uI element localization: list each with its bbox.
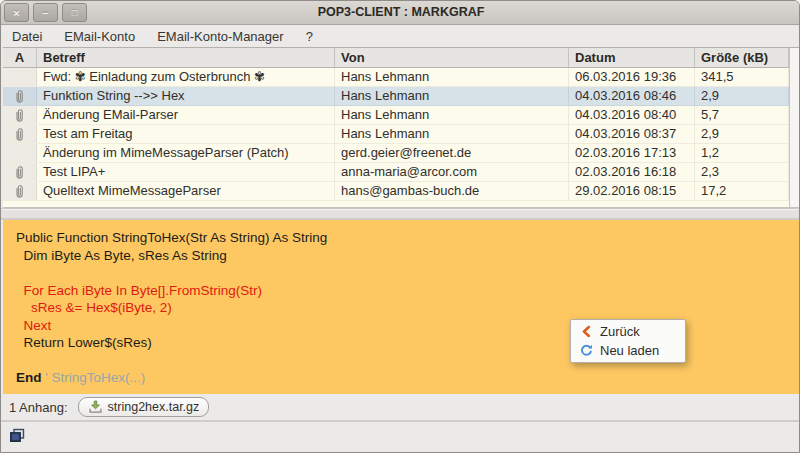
code-line: For Each iByte In Byte[].FromString(Str) [16, 282, 799, 300]
menubar: DateiEMail-KontoEMail-Konto-Manager? [1, 26, 800, 47]
date-cell: 04.03.2016 08:40 [569, 106, 695, 124]
attachment-cell [3, 182, 37, 200]
download-icon [88, 400, 103, 414]
paperclip-icon [14, 184, 25, 199]
code-segment: sRes &= Hex$(iByte, 2) [16, 300, 172, 315]
attachment-cell [3, 144, 37, 162]
column-header-attachment[interactable]: A [3, 48, 37, 67]
context-menu-item-neu-laden[interactable]: Neu laden [571, 341, 685, 360]
code-segment: Dim iByte As Byte, sRes As String [16, 248, 227, 263]
stacked-windows-icon[interactable] [9, 428, 26, 444]
column-header-date[interactable]: Datum [569, 48, 695, 67]
size-cell: 2,3 [695, 163, 789, 181]
table-scrollbar[interactable] [789, 48, 799, 207]
paperclip-icon [14, 89, 25, 104]
size-cell: 1,2 [695, 144, 789, 162]
from-cell: Hans Lehmann [335, 106, 569, 124]
paperclip-icon [14, 127, 25, 142]
table-row[interactable]: Fwd: ✾ Einladung zum Osterbrunch ✾Hans L… [3, 68, 789, 87]
menu-item-email-konto-manager[interactable]: EMail-Konto-Manager [146, 27, 294, 46]
from-cell: anna-maria@arcor.com [335, 163, 569, 181]
code-line: Dim iByte As Byte, sRes As String [16, 247, 799, 265]
date-cell: 02.03.2016 17:13 [569, 144, 695, 162]
paperclip-icon [14, 108, 25, 123]
table-header-row: ABetreffVonDatumGröße (kB) [3, 48, 789, 68]
splitter[interactable] [1, 208, 800, 220]
from-cell: Hans Lehmann [335, 87, 569, 105]
from-cell: Hans Lehmann [335, 68, 569, 86]
code-segment: Return Lower$(sRes) [16, 335, 152, 350]
table-row[interactable]: Funktion String -->> HexHans Lehmann04.0… [3, 87, 789, 106]
context-menu-item-label: Neu laden [600, 343, 659, 358]
attachment-cell [3, 68, 37, 86]
window-titlebar[interactable]: ×−□ POP3-CLIENT : MARKGRAF [1, 1, 800, 25]
code-line: End ' StringToHex(...) [16, 369, 799, 387]
subject-cell: Test am Freitag [37, 125, 335, 143]
code-line [16, 264, 799, 282]
menu-item-email-konto[interactable]: EMail-Konto [53, 27, 146, 46]
reload-icon [579, 344, 593, 357]
table-row[interactable]: Änderung im MimeMessageParser (Patch)ger… [3, 144, 789, 163]
table-row[interactable]: Änderung EMail-ParserHans Lehmann04.03.2… [3, 106, 789, 125]
context-menu-item-label: Zurück [600, 324, 640, 339]
code-segment: End [16, 370, 45, 385]
date-cell: 06.03.2016 19:36 [569, 68, 695, 86]
subject-cell: Fwd: ✾ Einladung zum Osterbrunch ✾ [37, 68, 335, 86]
paperclip-icon [14, 165, 25, 180]
code-segment: Next [16, 318, 51, 333]
code-line: sRes &= Hex$(iByte, 2) [16, 299, 799, 317]
size-cell: 17,2 [695, 182, 789, 200]
attachment-filename: string2hex.tar.gz [108, 400, 200, 414]
from-cell: gerd.geier@freenet.de [335, 144, 569, 162]
code-segment: Public Function StringToHex(Str As Strin… [16, 230, 327, 245]
size-cell: 5,7 [695, 106, 789, 124]
column-header-from[interactable]: Von [335, 48, 569, 67]
attachment-cell [3, 125, 37, 143]
attachment-count-label: 1 Anhang: [9, 400, 68, 415]
column-header-size[interactable]: Größe (kB) [695, 48, 789, 67]
subject-cell: Funktion String -->> Hex [37, 87, 335, 105]
table-row[interactable]: Test am FreitagHans Lehmann04.03.2016 08… [3, 125, 789, 144]
subject-cell: Quelltext MimeMessageParser [37, 182, 335, 200]
subject-cell: Test LIPA+ [37, 163, 335, 181]
attachment-files: string2hex.tar.gz [78, 397, 210, 418]
subject-cell: Änderung im MimeMessageParser (Patch) [37, 144, 335, 162]
context-menu-item-zur-ck[interactable]: Zurück [571, 322, 685, 341]
table-row[interactable]: Test LIPA+anna-maria@arcor.com02.03.2016… [3, 163, 789, 182]
from-cell: Hans Lehmann [335, 125, 569, 143]
window-title: POP3-CLIENT : MARKGRAF [1, 5, 800, 19]
from-cell: hans@gambas-buch.de [335, 182, 569, 200]
attachment-cell [3, 163, 37, 181]
size-cell: 2,9 [695, 87, 789, 105]
date-cell: 29.02.2016 08:15 [569, 182, 695, 200]
attachment-cell [3, 87, 37, 105]
size-cell: 2,9 [695, 125, 789, 143]
mail-table: ABetreffVonDatumGröße (kB) Fwd: ✾ Einlad… [3, 47, 799, 208]
menu-item-?[interactable]: ? [295, 27, 324, 46]
app-window: ×−□ POP3-CLIENT : MARKGRAF DateiEMail-Ko… [0, 0, 800, 453]
table-row[interactable]: Quelltext MimeMessageParserhans@gambas-b… [3, 182, 789, 201]
date-cell: 02.03.2016 16:18 [569, 163, 695, 181]
size-cell: 341,5 [695, 68, 789, 86]
date-cell: 04.03.2016 08:37 [569, 125, 695, 143]
attachment-bar: 1 Anhang: string2hex.tar.gz [1, 394, 800, 420]
context-menu: ZurückNeu laden [570, 319, 686, 363]
code-segment: ' StringToHex(...) [45, 370, 145, 385]
column-header-subject[interactable]: Betreff [37, 48, 335, 67]
attachment-button[interactable]: string2hex.tar.gz [78, 397, 210, 417]
attachment-cell [3, 106, 37, 124]
date-cell: 04.03.2016 08:46 [569, 87, 695, 105]
table-body: Fwd: ✾ Einladung zum Osterbrunch ✾Hans L… [3, 68, 789, 201]
back-icon [579, 325, 593, 338]
message-view: Public Function StringToHex(Str As Strin… [3, 220, 799, 394]
menu-item-datei[interactable]: Datei [1, 27, 53, 46]
statusbar [1, 422, 800, 453]
code-segment: For Each iByte In Byte[].FromString(Str) [16, 283, 262, 298]
subject-cell: Änderung EMail-Parser [37, 106, 335, 124]
code-line: Public Function StringToHex(Str As Strin… [16, 229, 799, 247]
